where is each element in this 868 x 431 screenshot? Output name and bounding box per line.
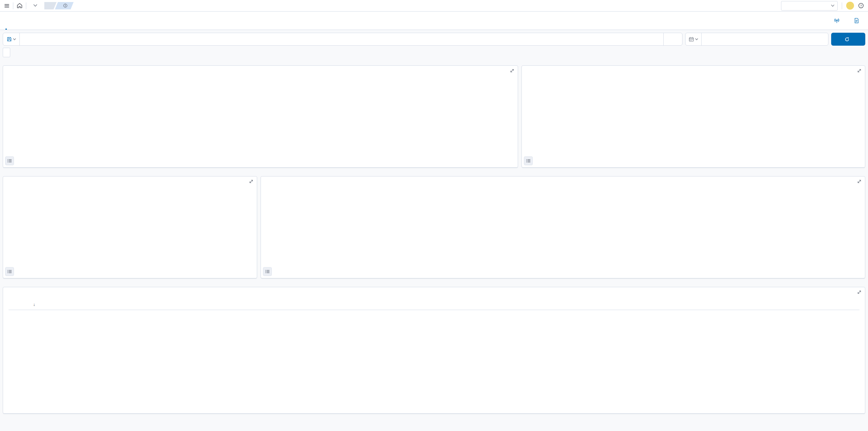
calendar-icon xyxy=(689,36,694,42)
chevron-down-icon xyxy=(695,38,698,41)
table-header-row: ↓ xyxy=(9,299,859,310)
refresh-icon xyxy=(844,37,850,42)
breadcrumb xyxy=(44,2,74,10)
document-icon xyxy=(854,18,859,24)
chevron-down-icon xyxy=(13,38,16,41)
chevron-down-icon xyxy=(831,4,835,7)
info-icon xyxy=(63,3,68,8)
home-icon[interactable] xyxy=(17,3,23,9)
dashboard-panels: ↓ xyxy=(0,60,868,414)
divider xyxy=(13,2,13,9)
alert-level-evolution-chart xyxy=(3,66,518,167)
date-picker xyxy=(685,33,828,46)
top-5-agents-chart xyxy=(3,176,257,278)
logo-chevron-down-icon[interactable] xyxy=(33,4,38,7)
stat-total[interactable] xyxy=(141,60,288,60)
menu-icon[interactable] xyxy=(4,3,10,9)
filter-bar xyxy=(3,48,865,57)
list-icon[interactable] xyxy=(5,267,14,276)
antenna-icon xyxy=(834,18,840,24)
svg-text:?: ? xyxy=(860,4,862,7)
sort-descending-icon: ↓ xyxy=(33,302,35,307)
stat-level-12-or-above[interactable] xyxy=(288,60,434,60)
expand-panel-icon[interactable] xyxy=(249,179,253,185)
avatar[interactable] xyxy=(846,2,854,10)
alerts-evolution-chart xyxy=(261,176,865,278)
expand-panel-icon[interactable] xyxy=(857,179,862,185)
list-icon[interactable] xyxy=(263,267,272,276)
query-bar xyxy=(3,33,682,46)
search-toolbar xyxy=(3,33,865,46)
query-language-button[interactable] xyxy=(663,33,682,45)
generate-report-button[interactable] xyxy=(854,18,862,24)
divider xyxy=(26,2,26,9)
top-mitre-chart xyxy=(522,66,865,167)
top-navigation-bar: ? xyxy=(0,0,868,12)
list-icon[interactable] xyxy=(524,156,533,165)
panel-security-alerts: ↓ xyxy=(3,287,865,414)
time-range-value[interactable] xyxy=(702,33,824,45)
expand-panel-icon[interactable] xyxy=(857,68,862,74)
show-dates-button[interactable] xyxy=(824,33,828,45)
save-icon xyxy=(6,36,12,42)
date-quick-menu-button[interactable] xyxy=(686,33,702,45)
filter-pill-manager-name[interactable] xyxy=(3,48,10,57)
explore-agent-button[interactable] xyxy=(834,18,842,24)
expand-panel-icon[interactable] xyxy=(857,290,862,295)
saved-query-menu-button[interactable] xyxy=(3,33,20,45)
module-tabs-bar xyxy=(0,12,868,30)
panel-alert-level-evolution xyxy=(3,65,518,168)
breadcrumb-security-events[interactable] xyxy=(55,2,74,10)
index-pattern-select[interactable] xyxy=(781,1,838,11)
security-alerts-table: ↓ xyxy=(9,299,859,310)
help-icon[interactable]: ? xyxy=(858,3,864,9)
search-query-input[interactable] xyxy=(20,33,663,45)
expand-panel-icon[interactable] xyxy=(510,68,514,74)
panel-top-mitre-attacks xyxy=(521,65,865,168)
panel-alerts-evolution-top-5-agents xyxy=(261,176,865,278)
list-icon[interactable] xyxy=(5,156,14,165)
stat-authentication-failure[interactable] xyxy=(434,60,581,60)
refresh-button[interactable] xyxy=(831,33,865,46)
panel-top-5-agents xyxy=(3,176,257,278)
stat-authentication-success[interactable] xyxy=(581,60,727,60)
column-header-time[interactable]: ↓ xyxy=(32,302,123,307)
breadcrumb-modules[interactable] xyxy=(44,2,57,10)
divider xyxy=(842,2,842,9)
